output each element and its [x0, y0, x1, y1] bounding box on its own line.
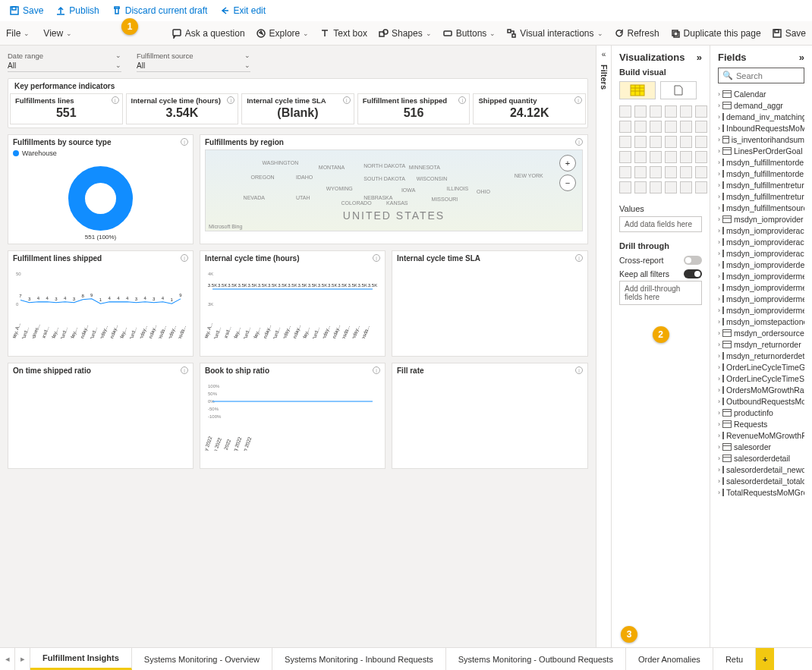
values-dropzone[interactable]: Add data fields here: [619, 216, 702, 232]
field-table[interactable]: ›demand_aggr: [718, 99, 804, 111]
field-table[interactable]: ›TotalRequestsMoMGro...: [718, 486, 804, 498]
viz-type-icon[interactable]: [680, 136, 692, 148]
page-tab[interactable]: Systems Monitoring - Inbound Requests: [272, 648, 446, 670]
publish-command[interactable]: Publish: [55, 5, 99, 16]
viz-type-icon[interactable]: [695, 181, 707, 193]
field-table[interactable]: ›Calendar: [718, 88, 804, 99]
viz-type-icon[interactable]: [695, 136, 707, 148]
viz-type-icon[interactable]: [650, 166, 662, 178]
viz-type-icon[interactable]: [665, 121, 677, 133]
buttons-button[interactable]: Buttons⌄: [442, 28, 496, 39]
viz-type-icon[interactable]: [634, 121, 647, 133]
viz-type-icon[interactable]: [650, 105, 662, 118]
exit-edit-command[interactable]: Exit edit: [219, 5, 266, 16]
viz-type-icon[interactable]: [619, 166, 631, 178]
field-table[interactable]: ›msdyn_ordersource: [718, 327, 804, 338]
map-card[interactable]: Fulfillments by regioni + − UNITED STATE…: [200, 134, 588, 244]
page-tab[interactable]: Fulfillment Insights: [30, 648, 132, 670]
format-tab[interactable]: [660, 81, 697, 99]
interactions-button[interactable]: Visual interactions⌄: [506, 28, 603, 39]
textbox-button[interactable]: Text box: [319, 28, 367, 39]
field-table[interactable]: ›OrdersMoMGrowthRat...: [718, 384, 804, 395]
viz-type-icon[interactable]: [665, 105, 677, 118]
page-tab[interactable]: Retu: [713, 648, 756, 670]
info-icon[interactable]: i: [458, 96, 466, 104]
field-table[interactable]: ›msdyn_returnorder: [718, 338, 804, 350]
fulfillment-source-slicer[interactable]: Fulfillment source⌄ All⌄: [137, 52, 250, 72]
collapse-icon[interactable]: »: [799, 52, 804, 63]
viz-type-icon[interactable]: [650, 151, 662, 163]
viz-type-icon[interactable]: [695, 151, 707, 163]
tab-prev[interactable]: ◂: [0, 648, 15, 670]
fill-rate-card[interactable]: Fill ratei: [392, 363, 588, 469]
viz-type-icon[interactable]: [650, 121, 662, 133]
field-table[interactable]: ›msdyn_iomproviderme...: [718, 270, 804, 282]
viz-type-icon[interactable]: [695, 166, 707, 178]
add-page-button[interactable]: +: [756, 648, 774, 670]
kpi-card[interactable]: Internal cycle time SLA(Blank)i: [241, 93, 354, 124]
field-table[interactable]: ›msdyn_fulfillmentsource: [718, 202, 804, 213]
viz-type-icon[interactable]: [619, 121, 631, 133]
viz-type-icon[interactable]: [665, 136, 677, 148]
page-tab[interactable]: Systems Monitoring - Overview: [132, 648, 272, 670]
field-table[interactable]: ›demand_inv_matching: [718, 111, 804, 122]
view-menu[interactable]: View⌄: [43, 28, 72, 39]
viz-type-icon[interactable]: [665, 181, 677, 193]
cycle-time-card[interactable]: Internal cycle time (hours)i 3K4K3.5K3.5…: [200, 250, 386, 357]
page-tab[interactable]: Order Anomalies: [626, 648, 713, 670]
info-icon[interactable]: i: [112, 96, 119, 104]
field-table[interactable]: ›salesorderdetail_totalor...: [718, 475, 804, 486]
lines-shipped-card[interactable]: Fulfillment lines shippedi 0507344343891…: [8, 250, 194, 357]
expand-icon[interactable]: «: [602, 50, 606, 58]
field-table[interactable]: ›msdyn_iomproviderme...: [718, 293, 804, 304]
field-table[interactable]: ›msdyn_iomproviderme...: [718, 304, 804, 316]
field-table[interactable]: ›msdyn_fulfillmentorder: [718, 156, 804, 168]
zoom-out-button[interactable]: −: [559, 175, 576, 191]
viz-type-icon[interactable]: [680, 105, 692, 118]
viz-type-icon[interactable]: [665, 166, 677, 178]
search-input[interactable]: [736, 71, 800, 80]
viz-type-icon[interactable]: [619, 151, 631, 163]
field-table[interactable]: ›msdyn_iomprovideracti...: [718, 225, 804, 236]
filters-rail[interactable]: « Filters: [596, 46, 611, 647]
viz-type-icon[interactable]: [619, 136, 631, 148]
donut-card[interactable]: Fulfillments by source typei Warehouse 5…: [8, 134, 194, 244]
viz-type-icon[interactable]: [680, 151, 692, 163]
info-icon[interactable]: i: [181, 366, 188, 374]
kpi-card[interactable]: Fulfillment lines shipped516i: [357, 93, 471, 124]
discard-command[interactable]: Discard current draft: [112, 5, 208, 16]
file-menu[interactable]: File⌄: [6, 28, 30, 39]
info-icon[interactable]: i: [373, 366, 380, 374]
kpi-card[interactable]: Internal cycle time (hours)3.54Ki: [126, 93, 239, 124]
kpi-card[interactable]: Fulfillments lines551i: [10, 93, 123, 124]
info-icon[interactable]: i: [181, 254, 188, 262]
explore-button[interactable]: Explore⌄: [256, 28, 310, 39]
field-table[interactable]: ›Requests: [718, 418, 804, 429]
collapse-icon[interactable]: »: [697, 52, 702, 63]
fields-search[interactable]: 🔍: [718, 68, 804, 83]
report-canvas[interactable]: Date range⌄ All⌄ Fulfillment source⌄ All…: [0, 46, 596, 647]
cycle-sla-card[interactable]: Internal cycle time SLAi: [392, 250, 588, 357]
field-table[interactable]: ›msdyn_iomprovideracti...: [718, 247, 804, 259]
info-icon[interactable]: i: [575, 138, 583, 146]
info-icon[interactable]: i: [181, 138, 188, 146]
save-command[interactable]: Save: [9, 5, 43, 16]
viz-type-icon[interactable]: [634, 136, 647, 148]
field-table[interactable]: ›msdyn_iomproviderdefi...: [718, 259, 804, 270]
field-table[interactable]: ›LinesPerOrderGoal: [718, 145, 804, 156]
viz-type-icon[interactable]: [680, 166, 692, 178]
info-icon[interactable]: i: [575, 254, 583, 262]
viz-type-icon[interactable]: [650, 181, 662, 193]
info-icon[interactable]: i: [343, 96, 351, 104]
field-table[interactable]: ›OrderLineCycleTimeSLA: [718, 373, 804, 384]
field-table[interactable]: ›OutboundRequestsMo...: [718, 395, 804, 407]
viz-type-icon[interactable]: [634, 181, 647, 193]
field-table[interactable]: ›salesorderdetail: [718, 452, 804, 464]
viz-type-icon[interactable]: [665, 151, 677, 163]
cross-report-toggle[interactable]: [684, 256, 702, 265]
field-table[interactable]: ›is_inventorihandsum: [718, 134, 804, 145]
viz-type-icon[interactable]: [695, 105, 707, 118]
field-table[interactable]: ›salesorder: [718, 441, 804, 452]
field-table[interactable]: ›productinfo: [718, 407, 804, 418]
field-table[interactable]: ›msdyn_iomproviderme...: [718, 282, 804, 293]
